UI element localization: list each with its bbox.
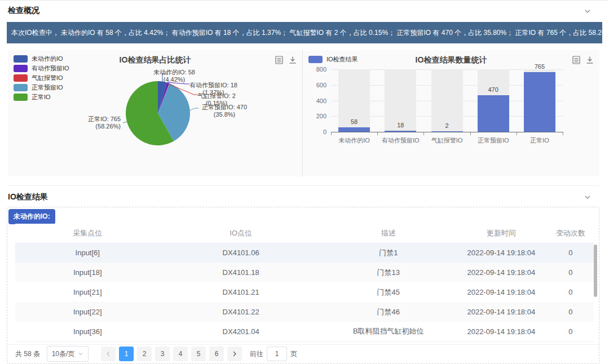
results-collapse-chevron-down-icon[interactable] — [583, 193, 592, 202]
table-cell: Input[21] — [15, 282, 160, 302]
bar-legend: IO检查结果 — [308, 55, 358, 64]
pie-label-5: 正常IO: 765(58.26%) — [70, 116, 121, 130]
table-header: 采集点位IO点位描述更新时间变动次数 — [15, 224, 594, 243]
table-scrollbar[interactable] — [594, 245, 597, 297]
table-cell: 0 — [548, 263, 594, 282]
y-tick-label: 200 — [306, 113, 326, 119]
table-row[interactable]: Input[22]DX4101.22门禁462022-09-14 19:18:0… — [15, 302, 594, 322]
x-axis-tick — [563, 132, 563, 135]
table-cell: 0 — [548, 322, 594, 341]
legend-item-bar[interactable]: IO检查结果 — [308, 55, 358, 64]
next-page-button[interactable] — [227, 347, 242, 361]
x-axis-tick — [423, 132, 424, 135]
table-cell: Input[36] — [15, 322, 160, 341]
bar-chart: 020040060080058未动作的IO18有动作预留IO2气缸报警IO470… — [303, 50, 599, 176]
table-cell: B取料阻挡气缸初始位 — [322, 322, 455, 341]
legend-swatch — [14, 55, 28, 63]
bar-0 — [338, 127, 370, 132]
filter-tag: 未动作的IO: — [8, 209, 55, 224]
table-cell: DX4101.06 — [160, 243, 322, 263]
results-container: 未动作的IO: 采集点位IO点位描述更新时间变动次数 Input[6]DX410… — [7, 207, 599, 364]
table-cell: Input[22] — [15, 302, 160, 322]
legend-swatch — [14, 94, 28, 101]
overview-collapse-chevron-down-icon[interactable] — [583, 7, 592, 16]
x-category-label: 正常预留IO — [470, 136, 517, 145]
x-category-label: 气缸报警IO — [423, 136, 470, 145]
legend-item-3[interactable]: 正常预留IO — [14, 83, 69, 92]
dashboard-page: 检查概况 本次IO检查中， 未动作的IO 有 58 个，占比 4.42%； 有动… — [0, 0, 609, 364]
x-axis-tick — [331, 132, 332, 135]
legend-item-1[interactable]: 有动作预留IO — [14, 64, 69, 73]
chevron-right-icon — [232, 350, 237, 357]
page-button-3[interactable]: 3 — [155, 347, 170, 361]
table-cell: 0 — [548, 282, 594, 302]
y-tick-label: 800 — [306, 66, 326, 73]
table-row[interactable]: Input[18]DX4101.18门禁132022-09-14 19:18:0… — [15, 263, 594, 282]
bar-value-label: 470 — [476, 86, 510, 93]
legend-item-0[interactable]: 未动作的IO — [14, 54, 69, 64]
table-cell: 2022-09-14 19:18:04 — [455, 322, 548, 341]
download-icon[interactable] — [289, 56, 297, 66]
y-tick-label: 400 — [306, 97, 326, 104]
table-row[interactable]: Input[21]DX4101.21门禁452022-09-14 19:18:0… — [15, 282, 594, 302]
x-axis-tick — [470, 132, 471, 135]
table-cell: DX4201.04 — [160, 322, 322, 341]
chevron-left-icon — [105, 350, 111, 357]
bar-4 — [524, 72, 555, 132]
column-header-2: 描述 — [322, 224, 455, 243]
prev-page-button[interactable] — [101, 347, 116, 361]
x-axis-tick — [377, 132, 378, 135]
legend-swatch — [14, 84, 28, 91]
pagination-bar: 共 58 条 10条/页 123456 前往 页 — [7, 344, 599, 363]
legend-swatch — [14, 74, 28, 82]
table-cell: Input[6] — [15, 243, 160, 263]
page-button-4[interactable]: 4 — [173, 347, 188, 361]
page-button-2[interactable]: 2 — [137, 347, 152, 361]
y-tick-label: 0 — [306, 128, 326, 135]
page-button-6[interactable]: 6 — [209, 347, 224, 361]
table-row[interactable]: Input[36]DX4201.04B取料阻挡气缸初始位2022-09-14 1… — [15, 322, 594, 341]
pie-label-line-3 — [189, 108, 198, 110]
column-header-1: IO点位 — [160, 224, 322, 243]
pie-label-4: 正常预留IO: 470(35.8%) — [202, 104, 247, 118]
legend-item-4[interactable]: 正常IO — [14, 92, 69, 102]
pie-label-1: 未动作的IO: 58(4.42%) — [153, 69, 195, 83]
legend-label: 正常预留IO — [32, 83, 63, 92]
page-button-5[interactable]: 5 — [191, 347, 206, 361]
goto-page-input[interactable] — [267, 347, 287, 361]
table-cell: 2022-09-14 19:18:04 — [455, 302, 548, 322]
table-cell: DX4101.18 — [160, 263, 322, 282]
x-category-label: 未动作的IO — [331, 136, 377, 145]
bar-value-label: 2 — [430, 122, 464, 129]
pie-chart-card: IO检查结果占比统计 未动作的IO有动作预留IO气缸报警IO正常预留IO正常IO… — [8, 50, 302, 176]
table-cell: Input[18] — [15, 263, 160, 282]
x-axis-line — [331, 132, 563, 132]
bar-2 — [431, 131, 463, 132]
table-cell: 2022-09-14 19:18:04 — [455, 282, 548, 302]
pie-label-line-4 — [123, 122, 127, 123]
table-cell: 门禁46 — [322, 302, 455, 322]
table-cell: 门禁13 — [322, 263, 455, 282]
data-view-icon[interactable] — [572, 56, 580, 66]
data-view-icon[interactable] — [275, 56, 283, 66]
page-size-value: 10条/页 — [52, 349, 75, 359]
page-button-1[interactable]: 1 — [119, 347, 134, 361]
download-icon[interactable] — [586, 56, 594, 66]
column-header-3: 更新时间 — [455, 224, 548, 243]
goto-label: 前往 — [250, 349, 263, 359]
column-header-4: 变动次数 — [548, 224, 594, 243]
table-row[interactable]: Input[6]DX4101.06门禁12022-09-14 19:18:040 — [15, 243, 594, 263]
table-cell: DX4101.21 — [160, 282, 322, 302]
results-section-title: IO检查结果 — [8, 192, 48, 202]
table-cell: 2022-09-14 19:18:04 — [455, 263, 548, 282]
chevron-down-icon — [78, 351, 83, 357]
overview-section-title: 检查概况 — [8, 6, 39, 16]
x-category-label: 正常IO — [517, 136, 563, 145]
table-cell: 2022-09-14 19:18:04 — [455, 243, 548, 263]
legend-label: IO检查结果 — [326, 55, 358, 64]
page-size-select[interactable]: 10条/页 — [47, 346, 89, 362]
charts-panel: IO检查结果占比统计 未动作的IO有动作预留IO气缸报警IO正常预留IO正常IO… — [8, 50, 599, 176]
legend-item-2[interactable]: 气缸报警IO — [14, 73, 69, 83]
table-cell: 0 — [548, 302, 594, 322]
pagination-total: 共 58 条 — [15, 349, 40, 359]
